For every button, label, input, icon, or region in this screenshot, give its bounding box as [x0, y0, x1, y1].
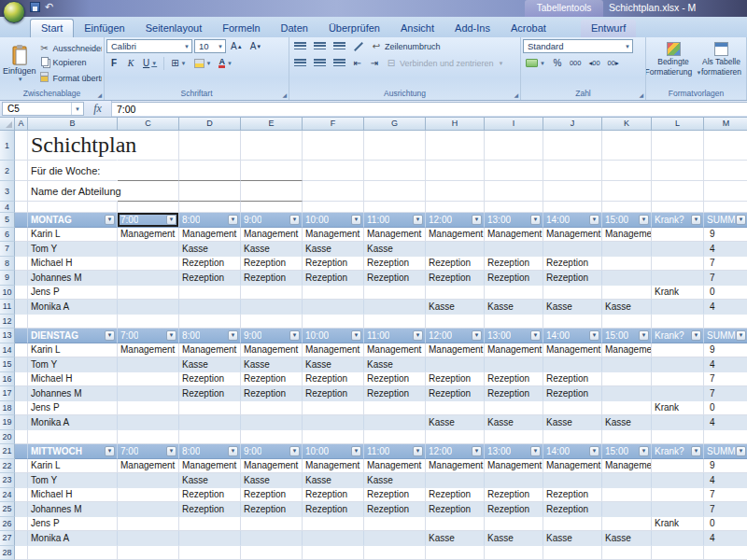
- shift-cell[interactable]: Kasse: [485, 531, 543, 546]
- format-painter-button[interactable]: Format übertragen: [37, 71, 102, 85]
- column-header-B[interactable]: B: [28, 118, 118, 131]
- row-header-18[interactable]: 18: [0, 401, 15, 416]
- employee-name-cell[interactable]: Johannes M: [28, 386, 118, 401]
- dialog-launcher-icon[interactable]: ◢: [639, 91, 643, 98]
- shift-cell[interactable]: Kasse: [303, 242, 364, 257]
- cell-J[interactable]: [543, 161, 602, 181]
- shift-cell[interactable]: [485, 286, 543, 301]
- shift-cell[interactable]: Management: [241, 459, 303, 474]
- row-header-8[interactable]: 8: [0, 257, 15, 272]
- shift-cell[interactable]: Rezeption: [485, 502, 543, 517]
- filter-button[interactable]: ▼: [691, 446, 701, 456]
- align-middle-button[interactable]: [311, 39, 329, 53]
- time-header-9:00[interactable]: 9:00▼: [241, 329, 303, 343]
- cell-D[interactable]: [179, 202, 241, 213]
- cut-button[interactable]: ✂Ausschneiden: [37, 42, 102, 54]
- filter-button[interactable]: ▼: [228, 446, 238, 456]
- cell-H[interactable]: [426, 430, 485, 445]
- shift-cell[interactable]: Rezeption: [364, 257, 426, 272]
- shrink-font-button[interactable]: A▼: [247, 39, 265, 53]
- shift-cell[interactable]: Rezeption: [485, 386, 543, 401]
- cell-D[interactable]: [179, 315, 241, 329]
- tab-ansicht[interactable]: Ansicht: [390, 20, 444, 37]
- shift-cell[interactable]: Rezeption: [364, 386, 426, 401]
- employee-name-cell[interactable]: Monika A: [28, 531, 118, 546]
- shift-cell[interactable]: Rezeption: [426, 372, 485, 387]
- department-label-cell[interactable]: Name der Abteilung: [28, 181, 118, 202]
- cell-J[interactable]: [543, 315, 602, 329]
- cell-A[interactable]: [15, 401, 28, 416]
- time-header-10:00[interactable]: 10:00▼: [303, 444, 364, 459]
- decrease-indent-button[interactable]: ⇤: [350, 56, 365, 70]
- cell-A[interactable]: [15, 459, 28, 474]
- cell-A[interactable]: [15, 415, 28, 430]
- filter-button[interactable]: ▼: [413, 446, 423, 456]
- shift-cell[interactable]: Rezeption: [179, 271, 241, 286]
- time-header-13:00[interactable]: 13:00▼: [485, 213, 543, 228]
- shift-cell[interactable]: Kasse: [543, 300, 602, 315]
- time-header-13:00[interactable]: 13:00▼: [485, 329, 543, 343]
- row-header-27[interactable]: 27: [0, 531, 15, 546]
- krank-cell[interactable]: Krank: [652, 517, 704, 532]
- krank-cell[interactable]: [652, 415, 704, 430]
- cell-A[interactable]: [15, 131, 28, 161]
- cell-L[interactable]: [652, 202, 704, 213]
- cell-A[interactable]: [15, 202, 28, 213]
- row-header-22[interactable]: 22: [0, 459, 15, 474]
- filter-button[interactable]: ▼: [639, 330, 649, 341]
- shift-cell[interactable]: [179, 415, 241, 430]
- cell-F[interactable]: [303, 131, 364, 161]
- shift-cell[interactable]: Rezeption: [485, 372, 543, 387]
- shift-cell[interactable]: Rezeption: [485, 271, 543, 286]
- fill-color-button[interactable]: ▼: [191, 56, 215, 70]
- cell-E[interactable]: [241, 161, 303, 181]
- summe-cell[interactable]: 4: [704, 357, 747, 372]
- cell-L[interactable]: [652, 430, 704, 445]
- shift-cell[interactable]: Management: [602, 459, 652, 474]
- shift-cell[interactable]: Rezeption: [179, 502, 241, 517]
- shift-cell[interactable]: [426, 517, 485, 532]
- employee-name-cell[interactable]: Michael H: [28, 372, 118, 387]
- align-left-button[interactable]: [291, 56, 309, 70]
- column-header-J[interactable]: J: [543, 118, 602, 131]
- column-header-F[interactable]: F: [303, 118, 364, 131]
- row-header-20[interactable]: 20: [0, 430, 15, 445]
- employee-name-cell[interactable]: Michael H: [28, 488, 118, 503]
- row-header-11[interactable]: 11: [0, 300, 15, 315]
- cell-K[interactable]: [602, 430, 652, 445]
- format-as-table-button[interactable]: Als Tabelle formatieren: [698, 39, 744, 88]
- tab-entwurf[interactable]: Entwurf: [581, 20, 636, 37]
- shift-cell[interactable]: [118, 300, 179, 315]
- shift-cell[interactable]: Rezeption: [303, 386, 364, 401]
- shift-cell[interactable]: Rezeption: [241, 257, 303, 272]
- time-header-14:00[interactable]: 14:00▼: [543, 444, 602, 459]
- shift-cell[interactable]: Kasse: [241, 357, 303, 372]
- time-header-12:00[interactable]: 12:00▼: [426, 213, 485, 228]
- summe-cell[interactable]: 4: [704, 300, 747, 315]
- shift-cell[interactable]: [485, 473, 543, 488]
- shift-cell[interactable]: Kasse: [303, 357, 364, 372]
- cell-J[interactable]: [543, 181, 602, 202]
- shift-cell[interactable]: [364, 300, 426, 315]
- shift-cell[interactable]: [602, 502, 652, 517]
- krank-cell[interactable]: [652, 300, 704, 315]
- time-header-10:00[interactable]: 10:00▼: [303, 213, 364, 228]
- shift-cell[interactable]: [485, 242, 543, 257]
- insert-function-button[interactable]: fx: [84, 101, 112, 117]
- borders-button[interactable]: ⊞▼: [168, 56, 189, 70]
- cell-C[interactable]: [118, 181, 179, 202]
- filter-button[interactable]: ▼: [351, 330, 361, 341]
- cell-F[interactable]: [303, 546, 364, 560]
- cell-A[interactable]: [15, 517, 28, 532]
- cell-L[interactable]: [652, 181, 704, 202]
- column-header-A[interactable]: A: [15, 118, 28, 131]
- cell-K[interactable]: [602, 315, 652, 329]
- shift-cell[interactable]: [543, 517, 602, 532]
- time-header-15:00[interactable]: 15:00▼: [602, 329, 652, 343]
- cell-A[interactable]: [15, 531, 28, 546]
- shift-cell[interactable]: [602, 372, 652, 387]
- cell-M[interactable]: [704, 315, 747, 329]
- cell-A[interactable]: [15, 271, 28, 286]
- cell-A[interactable]: [15, 329, 28, 343]
- shift-cell[interactable]: [303, 401, 364, 416]
